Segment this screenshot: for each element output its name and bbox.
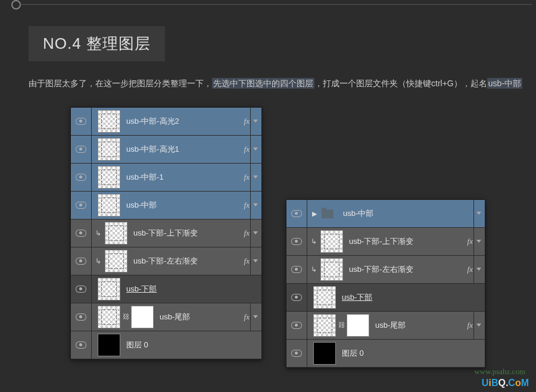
visibility-toggle[interactable] <box>71 136 92 163</box>
layer-thumbnail[interactable] <box>313 286 336 309</box>
visibility-toggle[interactable] <box>286 256 307 283</box>
layer-row[interactable]: usb-中部-高光1fx <box>71 136 261 164</box>
visibility-toggle[interactable] <box>286 228 307 255</box>
expand-effects-icon[interactable] <box>473 200 484 227</box>
visibility-toggle[interactable] <box>71 331 92 359</box>
layer-name[interactable]: 图层 0 <box>126 340 148 350</box>
layer-row[interactable]: 图层 0 <box>286 340 485 368</box>
layer-row[interactable]: ↳usb-下部-左右渐变fx <box>286 256 485 284</box>
visibility-toggle[interactable] <box>71 108 92 135</box>
expand-effects-icon[interactable] <box>250 164 260 191</box>
layer-thumbnail[interactable] <box>98 334 120 356</box>
layer-name[interactable]: usb-下部 <box>126 284 157 294</box>
clipping-mask-icon: ↳ <box>310 237 318 246</box>
layer-thumbnail[interactable] <box>98 306 120 328</box>
fx-indicator[interactable]: fx <box>244 312 250 322</box>
layer-thumbnail[interactable] <box>105 222 127 244</box>
layer-mask-thumbnail[interactable] <box>347 314 369 337</box>
description: 由于图层太多了，在这一步把图层分类整理一下，先选中下图选中的四个图层，打成一个图… <box>29 74 522 93</box>
fx-indicator[interactable]: fx <box>244 256 250 266</box>
layer-row[interactable]: ↳usb-下部-上下渐变fx <box>71 219 261 247</box>
visibility-toggle[interactable] <box>286 312 307 339</box>
layer-thumbnail[interactable] <box>98 194 120 217</box>
expand-effects-icon[interactable] <box>250 136 260 163</box>
layer-name[interactable]: usb-下部-上下渐变 <box>349 236 413 247</box>
layer-row[interactable]: ↳usb-下部-左右渐变fx <box>71 247 261 275</box>
eye-icon <box>76 146 86 153</box>
eye-icon <box>76 174 86 181</box>
fx-indicator[interactable]: fx <box>244 228 250 238</box>
layer-row[interactable]: ↳usb-下部-上下渐变fx <box>286 228 485 256</box>
layer-thumbnail[interactable] <box>105 250 127 272</box>
layer-row[interactable]: ⛓usb-尾部fx <box>286 312 485 340</box>
visibility-toggle[interactable] <box>71 164 92 191</box>
layer-row[interactable]: usb-中部-高光2fx <box>71 108 261 136</box>
layer-row[interactable]: 图层 0 <box>71 331 261 359</box>
expand-effects-icon[interactable] <box>250 108 260 135</box>
layer-row[interactable]: usb-下部 <box>286 284 485 312</box>
layer-thumbnail[interactable] <box>98 110 120 133</box>
layer-name[interactable]: usb-尾部 <box>375 320 406 331</box>
layer-content: usb-下部 <box>307 286 485 309</box>
fx-indicator[interactable]: fx <box>468 265 473 274</box>
expand-effects-icon[interactable] <box>250 247 260 275</box>
fx-indicator[interactable]: fx <box>468 321 473 330</box>
visibility-toggle[interactable] <box>71 275 92 303</box>
layer-name[interactable]: usb-下部 <box>342 292 372 303</box>
layers-panel-after: ▶usb-中部↳usb-下部-上下渐变fx↳usb-下部-左右渐变fxusb-下… <box>286 199 485 368</box>
eye-icon <box>291 238 302 245</box>
layers-panel-before: usb-中部-高光2fxusb-中部-高光1fxusb-中部-1fxusb-中部… <box>70 107 262 360</box>
link-icon[interactable]: ⛓ <box>123 313 129 321</box>
layer-thumbnail[interactable] <box>313 342 336 365</box>
layer-name[interactable]: usb-下部-左右渐变 <box>349 264 413 275</box>
layer-name[interactable]: 图层 0 <box>342 348 364 359</box>
layer-row[interactable]: ⛓usb-尾部fx <box>71 303 261 331</box>
layer-row[interactable]: usb-中部fx <box>71 192 261 219</box>
layer-mask-thumbnail[interactable] <box>131 306 154 328</box>
folder-expand-icon[interactable]: ▶ <box>312 210 317 218</box>
eye-icon <box>76 118 86 125</box>
visibility-toggle[interactable] <box>71 247 92 275</box>
layer-row[interactable]: usb-中部-1fx <box>71 164 261 192</box>
expand-effects-icon[interactable] <box>250 303 260 331</box>
expand-effects-icon[interactable] <box>473 228 484 255</box>
expand-effects-icon[interactable] <box>473 312 484 339</box>
layer-name[interactable]: usb-中部-高光1 <box>126 144 179 155</box>
layer-thumbnail[interactable] <box>320 258 343 281</box>
fx-indicator[interactable]: fx <box>244 145 250 154</box>
layer-name[interactable]: usb-中部 <box>126 200 157 211</box>
layer-name[interactable]: usb-尾部 <box>160 312 190 322</box>
fx-indicator[interactable]: fx <box>244 117 250 126</box>
layer-row[interactable]: usb-下部 <box>71 275 261 303</box>
expand-effects-icon[interactable] <box>250 219 260 247</box>
visibility-toggle[interactable] <box>286 340 307 367</box>
layer-thumbnail[interactable] <box>98 278 120 300</box>
fx-indicator[interactable]: fx <box>244 200 250 210</box>
layer-thumbnail[interactable] <box>320 230 343 253</box>
section-title: NO.4 整理图层 <box>43 35 151 52</box>
visibility-toggle[interactable] <box>71 303 92 331</box>
layer-name[interactable]: usb-下部-左右渐变 <box>133 256 198 266</box>
visibility-toggle[interactable] <box>286 200 307 227</box>
layer-name[interactable]: usb-中部-高光2 <box>126 116 179 127</box>
layer-name[interactable]: usb-下部-上下渐变 <box>133 228 198 239</box>
visibility-toggle[interactable] <box>71 192 92 219</box>
layer-content: ↳usb-下部-上下渐变 <box>307 230 485 253</box>
desc-highlight-2: usb-中部 <box>487 78 522 89</box>
layer-row[interactable]: ▶usb-中部 <box>286 200 485 228</box>
folder-icon <box>322 209 334 218</box>
visibility-toggle[interactable] <box>286 284 307 311</box>
fx-indicator[interactable]: fx <box>468 237 473 246</box>
layer-name[interactable]: usb-中部-1 <box>126 172 164 183</box>
watermark-logo: UiBQ.CoM <box>482 378 529 388</box>
fx-indicator[interactable]: fx <box>244 173 250 182</box>
layer-thumbnail[interactable] <box>98 166 120 189</box>
layer-thumbnail[interactable] <box>98 138 120 161</box>
expand-effects-icon[interactable] <box>473 256 484 283</box>
visibility-toggle[interactable] <box>71 219 92 247</box>
expand-effects-icon[interactable] <box>250 192 260 219</box>
eye-icon <box>76 258 86 265</box>
link-icon[interactable]: ⛓ <box>338 321 344 330</box>
layer-thumbnail[interactable] <box>313 314 336 337</box>
layer-name[interactable]: usb-中部 <box>343 208 373 219</box>
